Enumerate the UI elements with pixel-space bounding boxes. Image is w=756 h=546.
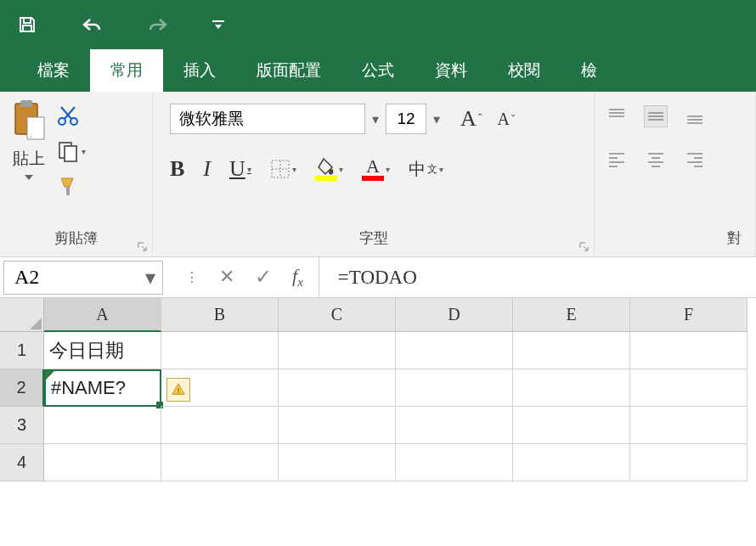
cell-D1[interactable] (396, 332, 513, 369)
cell-E1[interactable] (513, 332, 630, 369)
fill-color-icon[interactable]: ▾ (315, 157, 343, 181)
cell-C4[interactable] (279, 444, 396, 481)
paste-icon[interactable] (10, 99, 48, 143)
cell-B1[interactable] (161, 332, 279, 369)
phonetic-guide-icon[interactable]: 中文▾ (409, 158, 443, 181)
paste-button-label[interactable]: 貼上 (13, 148, 45, 170)
increase-font-icon[interactable]: Aˆ (460, 106, 482, 132)
name-box-dropdown-icon[interactable]: ▾ (145, 266, 155, 290)
cell-B4[interactable] (161, 444, 279, 481)
font-size-select[interactable]: 12 (386, 104, 426, 134)
cell-B3[interactable] (161, 407, 279, 444)
clipboard-launcher-icon[interactable] (137, 241, 149, 253)
cell-E4[interactable] (513, 444, 630, 481)
customize-qat-icon[interactable] (212, 19, 224, 31)
font-color-icon[interactable]: A ▾ (362, 157, 390, 181)
align-center-icon[interactable] (644, 148, 668, 170)
insert-function-icon[interactable]: fx (292, 265, 303, 290)
cell-C1[interactable] (279, 332, 396, 369)
spreadsheet-grid: 1 2 3 4 A B C D E F 今日日期 #N (0, 298, 756, 481)
row-header[interactable]: 1 (0, 332, 44, 369)
align-left-icon[interactable] (605, 148, 629, 170)
svg-rect-0 (212, 20, 224, 22)
cell-F1[interactable] (630, 332, 748, 369)
save-icon[interactable] (17, 14, 37, 35)
row-header[interactable]: 4 (0, 444, 44, 481)
cell-E2[interactable] (513, 369, 630, 407)
cell-F3[interactable] (630, 407, 748, 444)
italic-button[interactable]: I (203, 156, 211, 182)
svg-rect-10 (315, 176, 337, 181)
format-painter-icon[interactable] (56, 175, 86, 199)
formula-input[interactable]: =TODAO (319, 257, 756, 297)
svg-rect-3 (27, 117, 44, 139)
underline-button[interactable]: U▾ (229, 156, 251, 182)
cell-A4[interactable] (44, 444, 161, 481)
cell-C2[interactable] (279, 369, 396, 407)
ribbon: 貼上 ▾ 剪貼簿 (0, 92, 756, 257)
name-box[interactable]: A2 ▾ (3, 261, 163, 295)
formula-grip-icon[interactable]: ⋮ (185, 269, 199, 285)
align-right-icon[interactable] (683, 148, 707, 170)
row-header[interactable]: 3 (0, 407, 44, 444)
col-header[interactable]: E (513, 298, 630, 332)
cell-C3[interactable] (279, 407, 396, 444)
decrease-font-icon[interactable]: Aˇ (497, 106, 514, 132)
cut-icon[interactable] (56, 104, 86, 127)
cell-F2[interactable] (630, 369, 748, 407)
tab-home[interactable]: 常用 (90, 49, 163, 92)
font-size-dropdown-icon[interactable]: ▾ (430, 111, 443, 127)
col-header[interactable]: A (44, 298, 161, 332)
tab-view[interactable]: 檢 (561, 49, 618, 92)
clipboard-group-label: 剪貼簿 (10, 225, 142, 250)
select-all-corner[interactable] (0, 298, 44, 332)
cell-D4[interactable] (396, 444, 513, 481)
tab-page-layout[interactable]: 版面配置 (236, 49, 341, 92)
formula-value: =TODAO (338, 267, 417, 289)
tab-file[interactable]: 檔案 (17, 49, 90, 92)
cell-E3[interactable] (513, 407, 630, 444)
align-top-icon[interactable] (605, 105, 629, 127)
cell-value: #NAME? (51, 377, 126, 399)
row-header[interactable]: 2 (0, 369, 44, 407)
cell-A2[interactable]: #NAME? ! (44, 369, 161, 407)
font-size-value: 12 (397, 110, 415, 128)
cell-D3[interactable] (396, 407, 513, 444)
font-launcher-icon[interactable] (578, 241, 590, 253)
svg-rect-12 (362, 176, 384, 181)
cell-D2[interactable] (396, 369, 513, 407)
cell-B2[interactable] (161, 369, 279, 407)
undo-icon[interactable] (80, 14, 104, 35)
cell-A3[interactable] (44, 407, 161, 444)
cancel-formula-icon[interactable]: ✕ (219, 266, 234, 288)
name-box-value: A2 (14, 266, 39, 289)
alignment-group-label: 對 (605, 225, 745, 250)
cell-F4[interactable] (630, 444, 748, 481)
bold-button[interactable]: B (170, 156, 184, 182)
svg-rect-2 (20, 100, 32, 107)
redo-icon (146, 14, 170, 35)
font-name-dropdown-icon[interactable]: ▾ (369, 111, 382, 127)
svg-point-4 (59, 118, 65, 125)
col-header[interactable]: C (279, 298, 396, 332)
border-icon[interactable]: ▾ (270, 159, 296, 179)
quick-access-toolbar (0, 0, 756, 49)
align-bottom-icon[interactable] (683, 105, 707, 127)
align-middle-icon[interactable] (644, 105, 668, 127)
col-header[interactable]: B (161, 298, 279, 332)
col-header[interactable]: F (630, 298, 748, 332)
error-indicator-icon (46, 371, 54, 380)
col-header[interactable]: D (396, 298, 513, 332)
tab-data[interactable]: 資料 (415, 49, 488, 92)
tab-insert[interactable]: 插入 (163, 49, 236, 92)
tab-review[interactable]: 校閱 (488, 49, 561, 92)
ribbon-tabs: 檔案 常用 插入 版面配置 公式 資料 校閱 檢 (0, 49, 756, 92)
tab-formulas[interactable]: 公式 (341, 49, 415, 92)
cell-value: 今日日期 (49, 338, 124, 363)
formula-bar: A2 ▾ ⋮ ✕ ✓ fx =TODAO (0, 257, 756, 298)
copy-icon[interactable]: ▾ (56, 139, 86, 163)
cell-A1[interactable]: 今日日期 (44, 332, 161, 369)
font-name-select[interactable]: 微软雅黑 (170, 104, 365, 134)
accept-formula-icon[interactable]: ✓ (255, 265, 272, 289)
paste-dropdown-icon[interactable] (25, 175, 33, 180)
